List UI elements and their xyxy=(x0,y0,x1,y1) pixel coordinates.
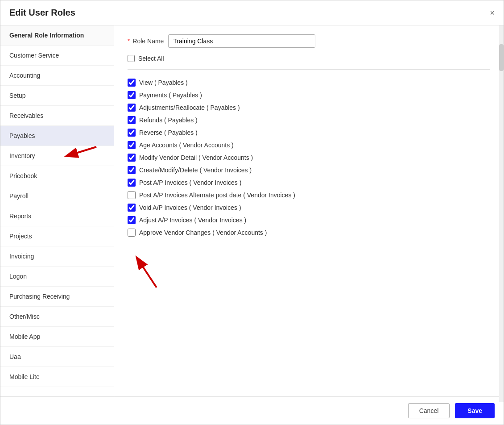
permission-item: Reverse ( Payables ) xyxy=(128,129,490,137)
permission-item: Create/Modify/Delete ( Vendor Invoices ) xyxy=(128,166,490,174)
label-void-ap-invoices[interactable]: Void A/P Invoices ( Vendor Invoices ) xyxy=(139,204,241,211)
role-name-label: * Role Name xyxy=(128,38,164,45)
sidebar-item-logon[interactable]: Logon xyxy=(0,267,114,287)
label-adjustments-reallocate-payables[interactable]: Adjustments/Reallocate ( Payables ) xyxy=(139,104,240,111)
checkbox-post-ap-invoices[interactable] xyxy=(128,179,136,187)
label-reverse-payables[interactable]: Reverse ( Payables ) xyxy=(139,129,198,136)
permission-item: Post A/P Invoices ( Vendor Invoices ) xyxy=(128,179,490,187)
sidebar-item-accounting[interactable]: Accounting xyxy=(0,66,114,86)
checkbox-adjust-ap-invoices[interactable] xyxy=(128,216,136,224)
close-button[interactable]: × xyxy=(490,9,495,17)
modal-footer: Cancel Save xyxy=(0,396,504,425)
sidebar-item-setup[interactable]: Setup xyxy=(0,86,114,106)
select-all-label[interactable]: Select All xyxy=(138,55,164,62)
checkbox-view-payables[interactable] xyxy=(128,79,136,87)
checkbox-reverse-payables[interactable] xyxy=(128,129,136,137)
sidebar-item-general-role-information: General Role Information xyxy=(0,25,114,46)
checkbox-void-ap-invoices[interactable] xyxy=(128,204,136,212)
permission-item: Approve Vendor Changes ( Vendor Accounts… xyxy=(128,229,490,237)
permission-item: Modify Vendor Detail ( Vendor Accounts ) xyxy=(128,154,490,162)
select-all-row: Select All xyxy=(128,55,490,70)
sidebar-item-payables[interactable]: Payables xyxy=(0,126,114,146)
permission-item: Age Accounts ( Vendor Accounts ) xyxy=(128,141,490,149)
label-age-accounts-vendor[interactable]: Age Accounts ( Vendor Accounts ) xyxy=(139,142,234,149)
permission-item: Adjustments/Reallocate ( Payables ) xyxy=(128,104,490,112)
label-refunds-payables[interactable]: Refunds ( Payables ) xyxy=(139,117,198,124)
save-button[interactable]: Save xyxy=(455,403,495,418)
permissions-list: View ( Payables )Payments ( Payables )Ad… xyxy=(128,79,490,237)
cancel-button[interactable]: Cancel xyxy=(408,403,450,418)
label-view-payables[interactable]: View ( Payables ) xyxy=(139,79,188,86)
permission-item: Adjust A/P Invoices ( Vendor Invoices ) xyxy=(128,216,490,224)
checkbox-payments-payables[interactable] xyxy=(128,91,136,99)
sidebar-item-receivables[interactable]: Receivables xyxy=(0,106,114,126)
checkbox-post-ap-invoices-alternate[interactable] xyxy=(128,191,136,199)
checkbox-modify-vendor-detail[interactable] xyxy=(128,154,136,162)
modal-header: Edit User Roles × xyxy=(0,0,504,25)
sidebar-item-uaa[interactable]: Uaa xyxy=(0,347,114,367)
label-modify-vendor-detail[interactable]: Modify Vendor Detail ( Vendor Accounts ) xyxy=(139,154,253,161)
permission-item: View ( Payables ) xyxy=(128,79,490,87)
scrollbar-track[interactable] xyxy=(499,25,504,402)
role-name-row: * Role Name xyxy=(128,34,490,48)
checkbox-adjustments-reallocate-payables[interactable] xyxy=(128,104,136,112)
permission-item: Void A/P Invoices ( Vendor Invoices ) xyxy=(128,204,490,212)
modal-body: General Role InformationCustomer Service… xyxy=(0,25,504,396)
checkbox-refunds-payables[interactable] xyxy=(128,116,136,124)
sidebar-item-inventory[interactable]: Inventory xyxy=(0,146,114,166)
sidebar-item-projects[interactable]: Projects xyxy=(0,226,114,246)
required-marker: * xyxy=(128,38,130,45)
checkbox-approve-vendor-changes[interactable] xyxy=(128,229,136,237)
label-adjust-ap-invoices[interactable]: Adjust A/P Invoices ( Vendor Invoices ) xyxy=(139,217,246,224)
label-approve-vendor-changes[interactable]: Approve Vendor Changes ( Vendor Accounts… xyxy=(139,229,267,236)
sidebar-item-mobile-lite[interactable]: Mobile Lite xyxy=(0,367,114,387)
permission-item: Post A/P Invoices Alternate post date ( … xyxy=(128,191,490,199)
select-all-checkbox[interactable] xyxy=(128,55,135,62)
checkbox-create-modify-delete-vendor-invoices[interactable] xyxy=(128,166,136,174)
sidebar-item-payroll[interactable]: Payroll xyxy=(0,186,114,206)
scrollbar-thumb[interactable] xyxy=(499,44,504,71)
label-create-modify-delete-vendor-invoices[interactable]: Create/Modify/Delete ( Vendor Invoices ) xyxy=(139,167,252,174)
sidebar-item-reports[interactable]: Reports xyxy=(0,206,114,226)
permission-item: Refunds ( Payables ) xyxy=(128,116,490,124)
sidebar-item-mobile-app[interactable]: Mobile App xyxy=(0,327,114,347)
sidebar-item-purchasing-receiving[interactable]: Purchasing Receiving xyxy=(0,287,114,307)
modal-title: Edit User Roles xyxy=(9,8,75,18)
sidebar-item-customer-service[interactable]: Customer Service xyxy=(0,46,114,66)
modal-container: Edit User Roles × General Role Informati… xyxy=(0,0,504,425)
label-post-ap-invoices[interactable]: Post A/P Invoices ( Vendor Invoices ) xyxy=(139,179,241,186)
label-payments-payables[interactable]: Payments ( Payables ) xyxy=(139,92,202,99)
sidebar: General Role InformationCustomer Service… xyxy=(0,25,114,396)
sidebar-item-pricebook[interactable]: Pricebook xyxy=(0,166,114,186)
label-post-ap-invoices-alternate[interactable]: Post A/P Invoices Alternate post date ( … xyxy=(139,192,295,199)
role-name-input[interactable] xyxy=(168,34,315,48)
sidebar-item-other-misc[interactable]: Other/Misc xyxy=(0,307,114,327)
permission-item: Payments ( Payables ) xyxy=(128,91,490,99)
sidebar-item-invoicing[interactable]: Invoicing xyxy=(0,246,114,267)
main-content: * Role Name Select All View ( Payables )… xyxy=(114,25,504,396)
checkbox-age-accounts-vendor[interactable] xyxy=(128,141,136,149)
